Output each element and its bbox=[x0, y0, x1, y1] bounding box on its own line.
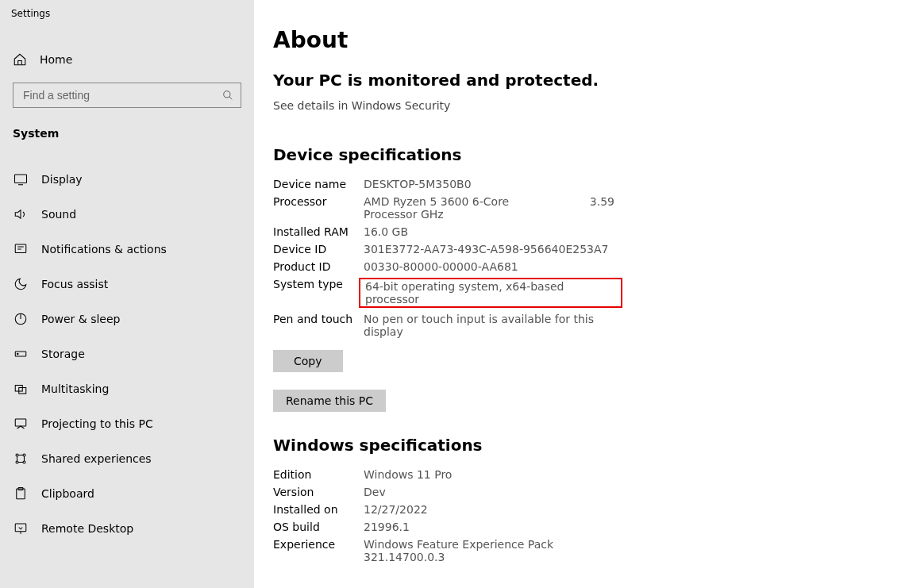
spec-row-pen-touch: Pen and touch No pen or touch input is a… bbox=[273, 310, 622, 340]
sidebar-item-label: Shared experiences bbox=[41, 452, 152, 465]
spec-row-edition: Edition Windows 11 Pro bbox=[273, 466, 622, 483]
spec-row-ram: Installed RAM 16.0 GB bbox=[273, 223, 622, 240]
spec-label: Device name bbox=[273, 178, 364, 190]
spec-value: 16.0 GB bbox=[364, 225, 622, 238]
spec-row-device-id: Device ID 301E3772-AA73-493C-A598-956640… bbox=[273, 240, 622, 258]
search-input[interactable] bbox=[13, 83, 241, 108]
shared-icon bbox=[13, 452, 29, 466]
spec-label: System type bbox=[273, 278, 364, 290]
remote-icon bbox=[13, 521, 29, 536]
spec-row-os-build: OS build 21996.1 bbox=[273, 518, 622, 536]
sidebar-item-label: Remote Desktop bbox=[41, 522, 133, 535]
device-spec-table: Device name DESKTOP-5M350B0 Processor AM… bbox=[273, 175, 890, 340]
clipboard-icon bbox=[13, 486, 29, 501]
multitasking-icon bbox=[13, 382, 29, 396]
monitor-heading: Your PC is monitored and protected. bbox=[273, 71, 890, 90]
sidebar-item-sound[interactable]: Sound bbox=[0, 197, 254, 232]
sidebar: Settings Home System Display Sound Notif… bbox=[0, 0, 254, 588]
windows-spec-table: Edition Windows 11 Pro Version Dev Insta… bbox=[273, 466, 890, 566]
focus-icon bbox=[13, 277, 29, 291]
sidebar-item-label: Multitasking bbox=[41, 382, 109, 395]
storage-icon bbox=[13, 347, 29, 361]
sidebar-item-multitasking[interactable]: Multitasking bbox=[0, 371, 254, 406]
svg-rect-8 bbox=[15, 419, 26, 426]
spec-label: Version bbox=[273, 486, 364, 498]
home-label: Home bbox=[40, 53, 72, 66]
spec-label: Installed RAM bbox=[273, 225, 364, 238]
app-title: Settings bbox=[0, 0, 254, 19]
spec-row-installed-on: Installed on 12/27/2022 bbox=[273, 501, 622, 518]
spec-row-product-id: Product ID 00330-80000-00000-AA681 bbox=[273, 258, 622, 275]
page-title: About bbox=[273, 27, 890, 53]
sidebar-item-label: Storage bbox=[41, 348, 85, 360]
sidebar-section-system: System bbox=[0, 116, 254, 149]
spec-value: Windows Feature Experience Pack 321.1470… bbox=[364, 538, 622, 563]
spec-value: Dev bbox=[364, 486, 622, 498]
spec-row-experience: Experience Windows Feature Experience Pa… bbox=[273, 536, 622, 566]
sidebar-item-clipboard[interactable]: Clipboard bbox=[0, 476, 254, 511]
sidebar-item-projecting[interactable]: Projecting to this PC bbox=[0, 406, 254, 441]
svg-point-9 bbox=[16, 454, 18, 456]
sidebar-item-label: Power & sleep bbox=[41, 313, 120, 325]
device-spec-title: Device specifications bbox=[273, 145, 890, 164]
svg-point-10 bbox=[23, 454, 25, 456]
svg-rect-1 bbox=[15, 175, 27, 183]
spec-value: 00330-80000-00000-AA681 bbox=[364, 260, 622, 273]
sidebar-item-label: Notifications & actions bbox=[41, 243, 167, 256]
search-container bbox=[13, 83, 241, 108]
sidebar-item-label: Projecting to this PC bbox=[41, 417, 153, 430]
spec-row-system-type: System type 64-bit operating system, x64… bbox=[273, 275, 622, 310]
sidebar-item-remote[interactable]: Remote Desktop bbox=[0, 511, 254, 546]
sidebar-item-label: Clipboard bbox=[41, 487, 94, 500]
svg-point-12 bbox=[23, 461, 25, 463]
spec-value: 21996.1 bbox=[364, 521, 622, 533]
spec-row-version: Version Dev bbox=[273, 483, 622, 501]
spec-value-highlighted: 64-bit operating system, x64-based proce… bbox=[364, 278, 622, 308]
spec-label: Edition bbox=[273, 468, 364, 481]
sidebar-item-display[interactable]: Display bbox=[0, 162, 254, 197]
sidebar-item-shared[interactable]: Shared experiences bbox=[0, 441, 254, 476]
spec-value: DESKTOP-5M350B0 bbox=[364, 178, 622, 190]
svg-rect-2 bbox=[15, 244, 26, 253]
spec-label: Processor bbox=[273, 195, 364, 208]
sidebar-item-storage[interactable]: Storage bbox=[0, 336, 254, 371]
sidebar-items: Display Sound Notifications & actions Fo… bbox=[0, 162, 254, 546]
windows-spec-title: Windows specifications bbox=[273, 436, 890, 455]
spec-label: OS build bbox=[273, 521, 364, 533]
spec-label: Pen and touch bbox=[273, 313, 364, 325]
svg-rect-15 bbox=[15, 524, 26, 532]
spec-label: Experience bbox=[273, 538, 364, 551]
spec-label: Installed on bbox=[273, 503, 364, 516]
sidebar-item-label: Sound bbox=[41, 208, 76, 221]
svg-point-11 bbox=[16, 461, 18, 463]
spec-label: Device ID bbox=[273, 243, 364, 256]
main-content: About Your PC is monitored and protected… bbox=[254, 0, 909, 588]
rename-pc-button[interactable]: Rename this PC bbox=[273, 390, 386, 412]
power-icon bbox=[13, 312, 29, 326]
spec-value: 301E3772-AA73-493C-A598-956640E253A7 bbox=[364, 243, 622, 256]
sidebar-item-focus[interactable]: Focus assist bbox=[0, 267, 254, 302]
sound-icon bbox=[13, 207, 29, 221]
spec-extra: 3.59 bbox=[590, 195, 614, 208]
display-icon bbox=[13, 172, 29, 186]
spec-row-processor: Processor AMD Ryzen 5 3600 6-Core Proces… bbox=[273, 193, 622, 223]
copy-button[interactable]: Copy bbox=[273, 350, 343, 372]
svg-point-5 bbox=[17, 353, 19, 355]
home-icon bbox=[13, 52, 27, 67]
sidebar-item-power[interactable]: Power & sleep bbox=[0, 302, 254, 336]
system-type-highlight: 64-bit operating system, x64-based proce… bbox=[359, 278, 622, 308]
projecting-icon bbox=[13, 417, 29, 431]
sidebar-item-notifications[interactable]: Notifications & actions bbox=[0, 232, 254, 267]
sidebar-item-label: Focus assist bbox=[41, 278, 108, 290]
spec-row-device-name: Device name DESKTOP-5M350B0 bbox=[273, 175, 622, 193]
spec-value: Windows 11 Pro bbox=[364, 468, 622, 481]
spec-value: 12/27/2022 bbox=[364, 503, 622, 516]
sidebar-home[interactable]: Home bbox=[0, 44, 254, 75]
spec-value: AMD Ryzen 5 3600 6-Core Processor GHz bbox=[364, 195, 554, 221]
notifications-icon bbox=[13, 242, 29, 256]
sidebar-item-label: Display bbox=[41, 173, 83, 186]
spec-value: No pen or touch input is available for t… bbox=[364, 313, 622, 338]
spec-label: Product ID bbox=[273, 260, 364, 273]
security-link[interactable]: See details in Windows Security bbox=[273, 99, 450, 112]
